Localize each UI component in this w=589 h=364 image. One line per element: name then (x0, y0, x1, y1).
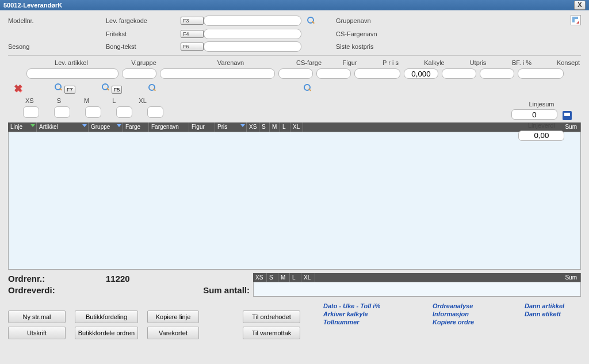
link-dann-artikkel[interactable]: Dann artikkel (525, 302, 589, 309)
col-varenavn: Varenavn (176, 59, 285, 66)
btn-butikkfordele-ordren[interactable]: Butikkfordele ordren (75, 327, 138, 339)
input-linjesum[interactable] (511, 109, 557, 120)
input-kalkyle[interactable] (404, 68, 438, 79)
btn-varekortet[interactable]: Varekortet (147, 327, 199, 339)
gh-sum[interactable]: Sum (303, 122, 581, 132)
input-size-l[interactable] (116, 106, 132, 118)
summary-grid-header: XS S M L XL Sum (253, 273, 581, 282)
gh-s[interactable]: S (259, 122, 270, 132)
label-ordreverdi: Ordreverdi: (8, 285, 106, 296)
input-size-xl[interactable] (147, 106, 163, 118)
col-utpris: Utpris (458, 59, 498, 66)
input-vgruppe[interactable] (122, 68, 156, 79)
label-bong-tekst: Bong-tekst (106, 43, 181, 50)
label-lev-fargekode: Lev. fargekode (106, 17, 181, 24)
col-figur: Figur (332, 59, 367, 66)
input-linjeverdi[interactable] (518, 131, 564, 141)
col-konsept: Konsept (545, 59, 589, 66)
label-ordrenr: Ordrenr.: (8, 273, 106, 285)
gh-l[interactable]: L (280, 122, 290, 132)
link-ordreanalyse[interactable]: Ordreanalyse (433, 302, 507, 309)
size-m: M (84, 97, 89, 104)
btn-butikkfordeling[interactable]: Butikkfordeling (75, 311, 138, 323)
size-s: S (57, 97, 61, 104)
search-icon-4[interactable] (148, 84, 156, 92)
fkey-f4[interactable]: F4 (181, 30, 204, 38)
close-button[interactable]: X (574, 1, 586, 10)
titlebar: 50012-LeverandørK X (0, 0, 589, 10)
col-lev-artikkel: Lev. artikkel (31, 59, 112, 66)
label-gruppenavn: Gruppenavn (336, 17, 422, 24)
input-pris[interactable] (354, 68, 400, 79)
save-icon[interactable] (563, 111, 572, 120)
size-l: L (112, 97, 116, 104)
gh-farge[interactable]: Farge (123, 122, 149, 132)
input-figur[interactable] (316, 68, 351, 79)
col-vgruppe: V.gruppe (115, 59, 173, 66)
input-bfi[interactable] (480, 68, 514, 79)
input-size-xs[interactable] (23, 106, 39, 118)
search-icon-2[interactable] (55, 83, 63, 91)
link-arkiver-kalkyle[interactable]: Arkiver kalkyle (323, 311, 415, 317)
label-siste-kostpris: Siste kostpris (336, 43, 422, 50)
grid-header: Linje Artikkel Gruppe Farge Fargenavn Fi… (8, 122, 581, 132)
input-size-s[interactable] (54, 106, 70, 118)
broken-image-icon (571, 15, 581, 25)
gh-linje[interactable]: Linje (8, 122, 37, 132)
col-csfarge: CS-farge (289, 59, 329, 66)
input-varenavn[interactable] (160, 68, 275, 79)
input-utpris[interactable] (442, 68, 476, 79)
btn-ny-strmal[interactable]: Ny str.mal (8, 311, 66, 323)
search-icon-5[interactable] (304, 84, 312, 92)
btn-til-varemottak[interactable]: Til varemottak (243, 327, 300, 339)
fkey-f5[interactable]: F5 (112, 86, 123, 94)
window-title: 50012-LeverandørK (3, 0, 62, 10)
gh-figur[interactable]: Figur (189, 122, 215, 132)
input-lev-fargekode[interactable] (204, 16, 301, 26)
btn-utskrift[interactable]: Utskrift (8, 327, 66, 339)
link-dato-uke[interactable]: Dato - Uke - Toll i% (323, 302, 415, 309)
label-cs-fargenavn: CS-Fargenavn (336, 30, 422, 37)
link-informasjon[interactable]: Informasjon (433, 311, 507, 317)
gh-fargenavn[interactable]: Fargenavn (149, 122, 189, 132)
gh-pris[interactable]: Pris (215, 122, 247, 132)
link-kopiere-ordre[interactable]: Kopiere ordre (433, 319, 507, 325)
fkey-f3[interactable]: F3 (181, 17, 204, 25)
gh-artikkel[interactable]: Artikkel (37, 122, 89, 132)
size-xs: XS (25, 97, 34, 104)
input-csfarge[interactable] (278, 68, 313, 79)
btn-til-ordrehodet[interactable]: Til ordrehodet (243, 311, 300, 323)
value-ordrenr: 11220 (106, 273, 163, 285)
input-lev-artikkel[interactable] (26, 68, 118, 79)
btn-kopiere-linje[interactable]: Kopiere linje (147, 311, 199, 323)
col-kalkyle: Kalkyle (414, 59, 454, 66)
fkey-f7[interactable]: F7 (64, 86, 75, 94)
input-size-m[interactable] (85, 106, 101, 118)
grid-body[interactable] (8, 132, 581, 270)
input-konsept[interactable] (518, 68, 564, 79)
delete-icon[interactable]: ✖ (14, 82, 22, 95)
fkey-f6[interactable]: F6 (181, 43, 204, 51)
input-fritekst[interactable] (204, 29, 301, 39)
label-linjesum: Linjesum (511, 101, 572, 108)
link-tollnummer[interactable]: Tollnummer (323, 319, 415, 325)
label-fritekst: Fritekst (106, 30, 181, 37)
col-pris: P r i s (370, 59, 411, 66)
link-dann-etikett[interactable]: Dann etikett (525, 311, 589, 317)
label-modellnr: Modellnr. (8, 17, 106, 24)
col-bfi: BF. i % (502, 59, 542, 66)
gh-xs[interactable]: XS (247, 122, 259, 132)
label-sum-antall: Sum antall: (163, 285, 250, 296)
label-sesong: Sesong (8, 43, 106, 50)
gh-gruppe[interactable]: Gruppe (89, 122, 123, 132)
size-xl: XL (139, 97, 146, 104)
input-bong-tekst[interactable] (204, 41, 301, 52)
gh-m[interactable]: M (270, 122, 280, 132)
gh-xl[interactable]: XL (290, 122, 303, 132)
search-icon[interactable] (307, 17, 315, 25)
summary-grid-body[interactable] (253, 282, 581, 297)
search-icon-3[interactable] (102, 83, 110, 91)
